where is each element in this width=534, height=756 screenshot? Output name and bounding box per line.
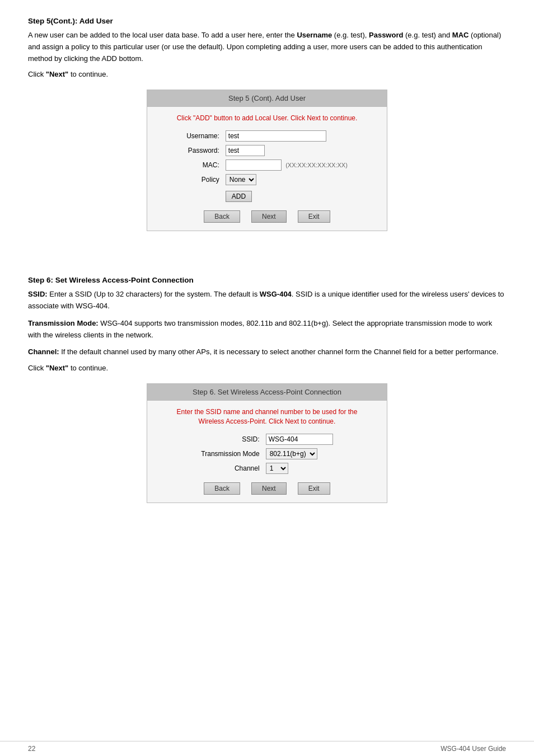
step6-channel-body: Channel: If the default channel used by …: [28, 346, 506, 358]
step5-title: Step 5(Cont.): Add User: [28, 17, 506, 25]
product-name: WSG-404 User Guide: [441, 745, 506, 753]
page-number: 22: [28, 745, 35, 753]
step5-body-p3: (e.g. test) and: [403, 31, 452, 39]
step5-password-input[interactable]: [226, 145, 265, 156]
step6-tx-intro: Transmission Mode:: [28, 319, 99, 327]
step5-exit-button[interactable]: Exit: [298, 210, 330, 223]
step5-back-button[interactable]: Back: [204, 210, 240, 223]
step6-ssid-default: WSG-404: [260, 290, 292, 298]
page-footer: 22 WSG-404 User Guide: [0, 741, 534, 756]
step6-channel-select[interactable]: 1 2 3 4 5 6 7 8 9 10 11: [266, 463, 288, 474]
step6-tx-body: Transmission Mode: WSG-404 supports two …: [28, 318, 506, 341]
step6-channel-row: Channel 1 2 3 4 5 6 7 8 9 10 11: [198, 461, 335, 476]
step5-form-table: Username: Password: MAC: (XX:XX:XX:XX:XX…: [184, 129, 350, 204]
step6-tx-label: Transmission Mode: [198, 447, 263, 461]
step5-wizard-instruction: Click "ADD" button to add Local User. Cl…: [153, 114, 381, 123]
step6-back-button[interactable]: Back: [204, 482, 240, 495]
step6-title: Step 6: Set Wireless Access-Point Connec…: [28, 276, 506, 284]
step5-add-row: ADD: [184, 187, 350, 204]
step5-username-input[interactable]: [226, 130, 326, 142]
step5-bold-username: Username: [297, 31, 332, 39]
step5-section: Step 5(Cont.): Add User A new user can b…: [28, 17, 506, 231]
step6-next-button[interactable]: Next: [251, 482, 287, 495]
step6-instruction-line1: Enter the SSID name and channel number t…: [177, 408, 358, 416]
step5-username-row: Username:: [184, 129, 350, 143]
step5-mac-label: MAC:: [184, 158, 223, 172]
step6-wizard-footer: Back Next Exit: [147, 482, 387, 495]
step6-instruction-line2: Wireless Access-Point. Click Next to con…: [199, 417, 336, 425]
step6-exit-button[interactable]: Exit: [298, 482, 330, 495]
step5-next-button[interactable]: Next: [251, 210, 287, 223]
step6-ssid-desc: Enter a SSID (Up to 32 characters) for t…: [48, 290, 260, 298]
step6-channel-intro: Channel:: [28, 348, 59, 356]
step5-password-row: Password:: [184, 143, 350, 158]
step5-body-p2: (e.g. test),: [332, 31, 369, 39]
step6-tx-select[interactable]: 802.11(b+g) 802.11b: [266, 448, 317, 459]
step5-policy-select[interactable]: None: [226, 174, 256, 185]
step6-channel-desc: If the default channel used by many othe…: [59, 348, 499, 356]
step6-ssid-body: SSID: Enter a SSID (Up to 32 characters)…: [28, 289, 506, 312]
step5-wizard-box: Step 5 (Cont). Add User Click "ADD" butt…: [147, 90, 387, 231]
step5-body-p1: A new user can be added to the local use…: [28, 31, 297, 39]
step6-ssid-intro: SSID:: [28, 290, 48, 298]
step6-click-next: Click "Next" to continue.: [28, 364, 506, 372]
step5-mac-input[interactable]: [226, 159, 282, 171]
step6-wizard-title: Step 6. Set Wireless Access-Point Connec…: [147, 384, 387, 401]
step5-policy-label: Policy: [184, 172, 223, 187]
step5-username-label: Username:: [184, 129, 223, 143]
step5-mac-row: MAC: (XX:XX:XX:XX:XX:XX): [184, 158, 350, 172]
step5-mac-hint: (XX:XX:XX:XX:XX:XX): [285, 162, 348, 168]
step5-body: A new user can be added to the local use…: [28, 30, 506, 64]
step6-ssid-row: SSID:: [198, 432, 335, 447]
spacer1: [28, 253, 506, 276]
step5-policy-row: Policy None: [184, 172, 350, 187]
step5-bold-mac: MAC: [452, 31, 469, 39]
step6-section: Step 6: Set Wireless Access-Point Connec…: [28, 276, 506, 503]
step6-channel-label: Channel: [198, 461, 263, 476]
step5-click-next: Click "Next" to continue.: [28, 70, 506, 78]
step5-password-label: Password:: [184, 143, 223, 158]
step5-add-button[interactable]: ADD: [226, 191, 252, 202]
step6-wizard-instruction: Enter the SSID name and channel number t…: [153, 407, 381, 426]
step5-wizard-title: Step 5 (Cont). Add User: [147, 90, 387, 107]
step6-tx-row: Transmission Mode 802.11(b+g) 802.11b: [198, 447, 335, 461]
step6-ssid-input[interactable]: [266, 434, 333, 445]
step5-wizard-footer: Back Next Exit: [147, 210, 387, 223]
step5-bold-password: Password: [369, 31, 403, 39]
step6-wizard-box: Step 6. Set Wireless Access-Point Connec…: [147, 383, 387, 503]
step6-form-table: SSID: Transmission Mode 802.11(b+g) 802.…: [198, 432, 335, 476]
step6-ssid-label: SSID:: [198, 432, 263, 447]
